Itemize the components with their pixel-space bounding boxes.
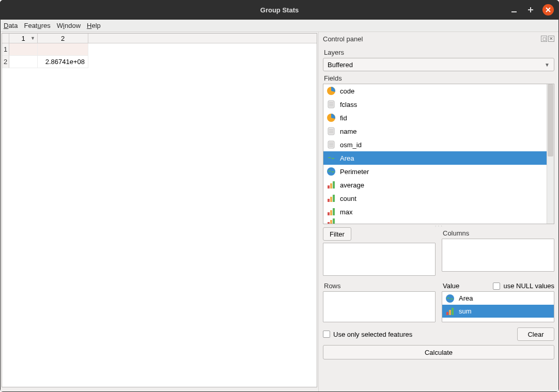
svg-rect-24 [328,199,330,202]
table-corner[interactable] [2,34,9,43]
globe-icon [445,294,455,303]
dock-toggle-icon[interactable]: ◻ [541,36,547,42]
window-controls [509,4,554,15]
field-item-perimeter[interactable]: Perimeter [323,165,547,178]
svg-rect-2 [528,9,533,10]
barchart-icon [445,307,455,316]
svg-rect-34 [446,312,448,315]
value-label: Value [443,282,459,290]
field-item-name[interactable]: name [323,124,547,138]
fields-label: Fields [324,74,554,82]
cell-2-1[interactable] [9,56,38,68]
use-null-label: use NULL values [503,282,554,290]
filter-dropzone[interactable] [323,243,436,276]
globe-icon [327,167,336,176]
layers-label: Layers [324,49,554,56]
menu-data[interactable]: Data [4,22,18,29]
field-item-area[interactable]: Area [323,151,547,165]
svg-rect-0 [511,11,517,12]
barchart-icon [327,207,336,216]
svg-rect-22 [330,183,332,189]
svg-rect-31 [330,220,332,224]
field-item-fid[interactable]: fid [323,111,547,124]
barchart-icon [327,218,336,224]
client-area: Data Features Window Help 1 ▼ 2 [0,20,559,392]
pie-icon [327,86,336,96]
field-item-code[interactable]: code [323,84,547,98]
row-header-2[interactable]: 2 [2,56,9,68]
svg-rect-26 [333,195,335,202]
document-icon [327,100,336,109]
svg-rect-28 [330,210,332,215]
document-icon [327,127,336,136]
svg-rect-35 [449,310,451,315]
column-header-1[interactable]: 1 ▼ [9,34,38,43]
panel-close-icon[interactable]: ✕ [548,36,554,42]
field-item-fclass[interactable]: fclass [323,98,547,111]
rows-label: Rows [324,282,436,290]
table-row: 1 [2,43,317,56]
titlebar: Group Stats [0,0,559,20]
field-item-count[interactable]: count [323,192,547,205]
scrollbar-thumb[interactable] [548,84,553,156]
window-title: Group Stats [260,6,299,14]
use-selected-label: Use only selected features [333,331,412,338]
chevron-down-icon: ▼ [545,62,550,68]
table-body: 1 2 2.86741e+08 [2,43,317,387]
barchart-icon [327,180,336,190]
svg-rect-23 [333,181,335,189]
pie-icon [327,113,336,122]
field-item-osmid[interactable]: osm_id [323,138,547,151]
table-row: 2 2.86741e+08 [2,56,317,68]
cell-2-2[interactable]: 2.86741e+08 [38,56,88,68]
svg-rect-27 [328,212,330,215]
field-item-average[interactable]: average [323,178,547,192]
globe-icon [327,153,336,163]
column-headers: 1 ▼ 2 [2,34,317,43]
column-header-2[interactable]: 2 [38,34,88,43]
svg-rect-30 [328,222,330,224]
use-null-checkbox[interactable] [493,283,500,290]
menubar: Data Features Window Help [1,20,558,32]
fields-list: code fclass fid name [323,84,554,224]
columns-dropzone[interactable] [442,239,554,272]
fields-scrollbar[interactable] [547,84,554,224]
svg-rect-32 [333,218,335,224]
svg-rect-25 [330,197,332,202]
value-dropzone[interactable]: Area sum [442,291,554,322]
cell-1-1[interactable] [9,43,38,56]
value-item-sum[interactable]: sum [442,305,554,318]
cell-1-2[interactable] [38,43,88,56]
rows-dropzone[interactable] [323,291,436,322]
columns-label: Columns [443,229,554,237]
minimize-button[interactable] [509,5,519,14]
svg-rect-29 [333,208,335,215]
results-table: 1 ▼ 2 1 2 [2,33,317,387]
content: 1 ▼ 2 1 2 [1,32,558,391]
svg-rect-21 [328,185,330,189]
results-area: 1 ▼ 2 1 2 [1,32,319,391]
menu-window[interactable]: Window [57,22,81,29]
panel-title: Control panel ◻ ✕ [323,34,554,43]
app-window: Group Stats Data Features Window Help [0,0,559,392]
layers-value: Buffered [328,61,353,69]
layers-combo[interactable]: Buffered ▼ [323,58,554,71]
calculate-button[interactable]: Calculate [323,345,554,359]
use-selected-checkbox[interactable] [323,331,330,338]
value-item-area[interactable]: Area [442,292,554,305]
clear-button[interactable]: Clear [517,327,554,341]
row-header-1[interactable]: 1 [2,43,9,56]
document-icon [327,140,336,149]
svg-rect-36 [452,308,454,315]
close-button[interactable] [542,4,554,15]
filter-button[interactable]: Filter [323,227,351,241]
menu-features[interactable]: Features [24,22,50,29]
menu-help[interactable]: Help [87,22,101,29]
barchart-icon [327,194,336,203]
field-item-max[interactable]: max [323,205,547,218]
maximize-button[interactable] [526,5,535,14]
sort-indicator-icon: ▼ [30,36,35,41]
control-panel: Control panel ◻ ✕ Layers Buffered ▼ Fiel… [319,32,558,391]
